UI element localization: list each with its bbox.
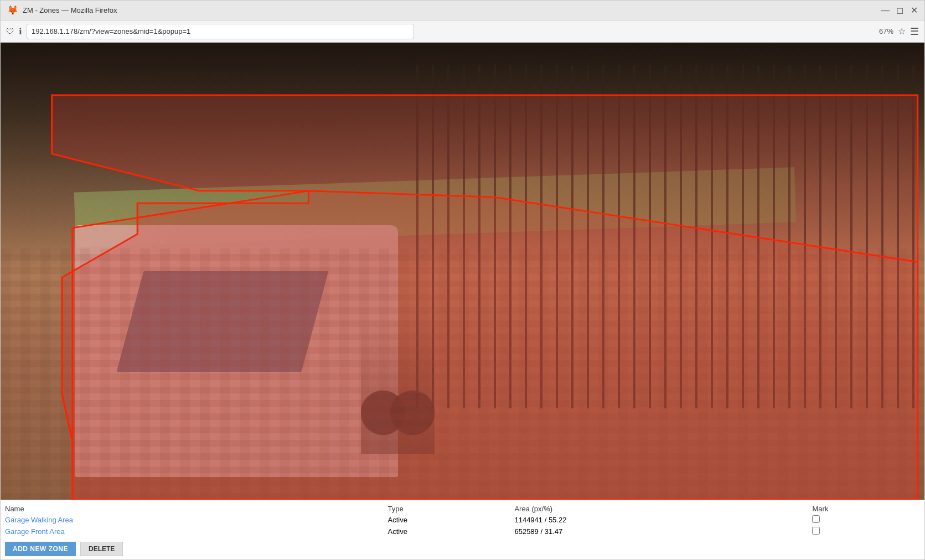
bottom-panel: Name Type Area (px/%) Mark Garage Walkin… [1,500,924,559]
close-button[interactable]: ✕ [910,7,918,14]
info-icon: ℹ [19,27,22,37]
col-header-mark: Mark [812,504,920,514]
title-bar-left: 🦊 ZM - Zones — Mozilla Firefox [7,5,117,15]
camera-image [1,43,924,500]
minimize-button[interactable]: — [881,7,889,14]
zone-area-cell: 652589 / 31.47 [514,526,812,537]
col-header-name: Name [5,504,387,514]
table-row: Garage Front AreaActive652589 / 31.47 [5,526,920,537]
maximize-button[interactable]: ◻ [896,7,903,14]
zone-name-link[interactable]: Garage Front Area [5,527,65,536]
title-bar: 🦊 ZM - Zones — Mozilla Firefox — ◻ ✕ [1,1,924,20]
zone-area-cell: 1144941 / 55.22 [514,514,812,526]
bottom-actions: ADD NEW ZONE DELETE [5,542,920,556]
address-bar[interactable]: 192.168.1.178/zm/?view=zones&mid=1&popup… [27,24,414,39]
toolbar-icons: 67% ☆ ☰ [879,25,919,38]
camera-view [1,43,924,500]
menu-icon[interactable]: ☰ [910,25,919,38]
zones-table: Name Type Area (px/%) Mark Garage Walkin… [5,504,920,537]
zone-mark-cell [812,526,920,537]
browser-window: 🦊 ZM - Zones — Mozilla Firefox — ◻ ✕ 🛡 ℹ… [0,0,925,560]
zone-name-cell: Garage Front Area [5,526,387,537]
zone-mark-cell [812,514,920,526]
zoom-level: 67% [879,27,893,35]
table-row: Garage Walking AreaActive1144941 / 55.22 [5,514,920,526]
zone-svg-overlay [1,43,924,500]
browser-toolbar: 🛡 ℹ 192.168.1.178/zm/?view=zones&mid=1&p… [1,20,924,43]
window-title: ZM - Zones — Mozilla Firefox [23,6,117,14]
zone-type-cell: Active [387,526,514,537]
col-header-type: Type [387,504,514,514]
zone-mark-checkbox[interactable] [812,527,820,535]
zone-name-link[interactable]: Garage Walking Area [5,516,73,524]
bookmark-icon[interactable]: ☆ [898,26,906,37]
shield-icon: 🛡 [6,27,14,36]
col-header-area: Area (px/%) [514,504,812,514]
add-new-zone-button[interactable]: ADD NEW ZONE [5,542,76,556]
zone-name-cell: Garage Walking Area [5,514,387,526]
content-area: Name Type Area (px/%) Mark Garage Walkin… [1,43,924,559]
window-controls: — ◻ ✕ [881,7,918,14]
url-text: 192.168.1.178/zm/?view=zones&mid=1&popup… [32,27,190,35]
zone-type-cell: Active [387,514,514,526]
delete-button[interactable]: DELETE [80,542,123,556]
zone-mark-checkbox[interactable] [812,515,820,523]
firefox-icon: 🦊 [7,5,18,15]
